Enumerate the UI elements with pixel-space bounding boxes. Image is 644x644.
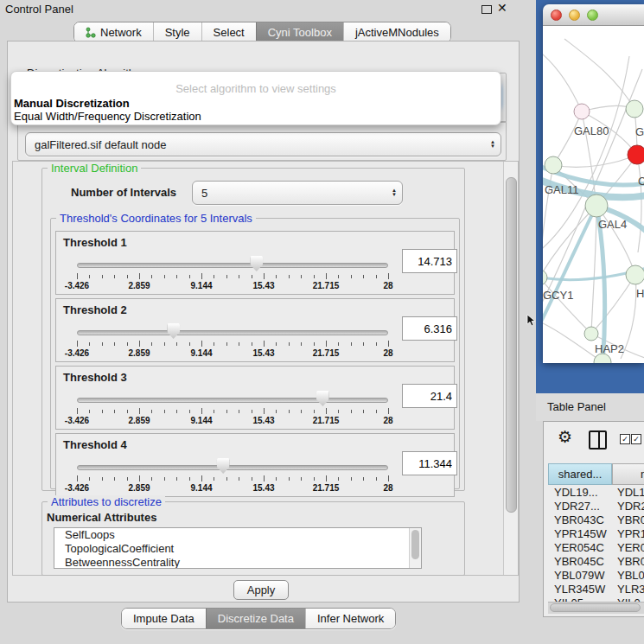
threshold-1-label: Threshold 1: [63, 236, 127, 249]
table-row[interactable]: YDL19...YDL1...: [548, 486, 644, 500]
node-highlighted-red[interactable]: [628, 145, 644, 164]
gear-icon[interactable]: ⚙: [558, 427, 572, 447]
threshold-3-value-field[interactable]: [402, 384, 457, 408]
table-row[interactable]: YER054CYER0...: [548, 541, 644, 555]
slider-ticks: [77, 273, 388, 280]
network-view-window: GAL80 GA C GAL11 GAL4 GCY1 H HAP2: [543, 4, 644, 363]
number-of-intervals-label: Number of Intervals: [71, 186, 176, 199]
slider-handle[interactable]: [316, 391, 329, 406]
table-row[interactable]: YLR345WYLR3...: [548, 583, 644, 596]
popup-hint-item: Select algorithm to view settings: [11, 82, 501, 95]
node-gal4[interactable]: [585, 194, 608, 217]
threshold-3-slider[interactable]: -3.4262.8599.14415.4321.71528: [77, 395, 388, 428]
slider-handle[interactable]: [167, 323, 180, 339]
network-canvas[interactable]: GAL80 GA C GAL11 GAL4 GCY1 H HAP2: [543, 26, 644, 363]
node-h[interactable]: [626, 265, 644, 284]
table-rows: YDL19...YDL1... YDR27...YDR2... YBR043CY…: [548, 486, 644, 610]
close-icon[interactable]: ✕: [497, 1, 507, 15]
node-top-right[interactable]: [626, 100, 643, 118]
table-data-group: Table Data galFiltered.sif default node …: [17, 121, 507, 161]
group-title: Attributes to discretize: [48, 495, 165, 508]
column-header-name[interactable]: n...: [612, 463, 644, 485]
threshold-2-value-field[interactable]: [402, 316, 457, 341]
numerical-attributes-list: SelfLoops TopologicalCoefficient Between…: [54, 527, 422, 569]
stepper-arrows-icon: ▲▼: [485, 140, 501, 149]
zoom-traffic-light-icon[interactable]: [587, 10, 598, 21]
apply-button[interactable]: Apply: [233, 580, 289, 600]
table-row[interactable]: YBR045CYBR0...: [548, 555, 644, 569]
threshold-4-label: Threshold 4: [63, 438, 127, 451]
checkbox-icon[interactable]: ✓: [631, 434, 641, 444]
slider-track[interactable]: [77, 263, 388, 268]
scrollbar-thumb[interactable]: [506, 177, 517, 513]
tab-discretize-data[interactable]: Discretize Data: [206, 609, 305, 628]
slider-ticks: [77, 475, 388, 482]
slider-tick-labels: -3.4262.8599.14415.4321.71528: [77, 483, 388, 494]
list-item-selfloops[interactable]: SelfLoops: [54, 528, 421, 542]
tab-style[interactable]: Style: [153, 22, 201, 42]
tab-infer-network[interactable]: Infer Network: [305, 609, 395, 628]
list-item-betweennesscentrality[interactable]: BetweennessCentrality: [54, 556, 421, 569]
scrollbar-thumb[interactable]: [550, 603, 641, 612]
group-title: Interval Definition: [48, 162, 141, 175]
node-gal11[interactable]: [545, 156, 562, 174]
tab-network[interactable]: Network: [74, 22, 153, 42]
tab-select[interactable]: Select: [201, 22, 256, 42]
table-data-combobox[interactable]: galFiltered.sif default node ▲▼: [25, 132, 501, 156]
network-window-frame: GAL80 GA C GAL11 GAL4 GCY1 H HAP2: [536, 0, 644, 393]
network-icon: [86, 27, 96, 38]
slider-tick-labels: -3.4262.8599.14415.4321.71528: [77, 348, 388, 359]
column-layout-icon[interactable]: [589, 430, 607, 450]
threshold-4-value-field[interactable]: [402, 451, 457, 475]
number-of-intervals-combobox[interactable]: 5 ▲▼: [192, 181, 403, 205]
node-gal80[interactable]: [574, 104, 590, 119]
threshold-1-slider[interactable]: -3.4262.8599.14415.4321.71528: [77, 260, 388, 293]
network-window-titlebar[interactable]: [543, 4, 644, 26]
slider-track[interactable]: [77, 330, 388, 335]
threshold-1-panel: Threshold 1 -3.4262.8599.14415.4321.7152…: [55, 231, 455, 295]
slider-tick-labels: -3.4262.8599.14415.4321.71528: [77, 281, 388, 291]
tab-cyni-toolbox[interactable]: Cyni Toolbox: [256, 22, 343, 42]
network-graph[interactable]: GAL80 GA C GAL11 GAL4 GCY1 H HAP2: [543, 26, 644, 363]
control-panel-title: Control Panel: [5, 3, 73, 16]
popup-option-equal-width-frequency[interactable]: Equal Width/Frequency Discretization: [14, 110, 201, 123]
slider-track[interactable]: [77, 465, 388, 470]
threshold-2-slider[interactable]: -3.4262.8599.14415.4321.71528: [77, 328, 388, 360]
tab-jactivemnodules[interactable]: jActiveMNodules: [343, 22, 450, 42]
slider-track[interactable]: [77, 398, 388, 403]
table-row[interactable]: YPR145WYPR1...: [548, 527, 644, 541]
node-hap2[interactable]: [584, 327, 598, 341]
table-row[interactable]: YBL079WYBL0...: [548, 569, 644, 583]
threshold-1-value-field[interactable]: [402, 249, 457, 273]
table-horizontal-scrollbar[interactable]: [548, 602, 644, 614]
node-label-gal80: GAL80: [574, 124, 609, 137]
slider-handle[interactable]: [250, 256, 263, 271]
slider-tick-labels: -3.4262.8599.14415.4321.71528: [77, 416, 388, 426]
table-data-selected-value: galFiltered.sif default node: [26, 138, 485, 151]
tab-label: Network: [100, 26, 142, 39]
table-row[interactable]: YDR27...YDR2...: [548, 500, 644, 513]
node-gcy1[interactable]: [543, 270, 547, 285]
scrollbar-thumb[interactable]: [411, 530, 419, 559]
node-label-gal11: GAL11: [545, 183, 579, 196]
minimize-traffic-light-icon[interactable]: [569, 10, 580, 21]
column-header-shared-name[interactable]: shared...: [548, 463, 612, 485]
float-window-icon[interactable]: [481, 5, 492, 14]
list-item-topologicalcoefficient[interactable]: TopologicalCoefficient: [54, 542, 421, 556]
threshold-2-panel: Threshold 2 -3.4262.8599.14415.4321.7152…: [55, 298, 455, 362]
popup-option-manual-discretization[interactable]: Manual Discretization: [14, 97, 130, 110]
attributes-list-scrollbar[interactable]: [409, 528, 421, 568]
node-label-partial-h: H: [636, 287, 644, 300]
slider-handle[interactable]: [217, 458, 230, 474]
table-row[interactable]: YBR043CYBR0...: [548, 513, 644, 527]
close-traffic-light-icon[interactable]: [551, 10, 562, 21]
stepper-arrows-icon: ▲▼: [386, 188, 402, 197]
checkbox-icon[interactable]: ✓: [620, 434, 630, 444]
slider-ticks: [77, 341, 388, 348]
node-label-hap2: HAP2: [595, 342, 624, 355]
tab-impute-data[interactable]: Impute Data: [122, 609, 206, 628]
table-panel-header: Table Panel: [536, 393, 644, 421]
threshold-4-slider[interactable]: -3.4262.8599.14415.4321.71528: [77, 462, 388, 495]
number-of-intervals-value: 5: [193, 187, 386, 200]
settings-vertical-scrollbar[interactable]: [503, 162, 518, 575]
